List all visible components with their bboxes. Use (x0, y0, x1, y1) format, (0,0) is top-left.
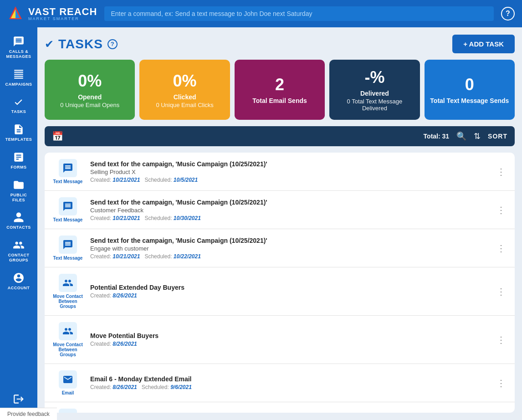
task-list: Text Message Send text for the campaign,… (45, 153, 515, 413)
task-icon-label: Email (62, 390, 74, 395)
sort-button[interactable]: SORT (488, 133, 507, 140)
task-icon-area: Move ContactBetween Groups (52, 274, 84, 309)
stat-label-text-sends: Total Text Message Sends (430, 97, 509, 104)
email-icon (59, 370, 77, 389)
total-count: Total: 31 (424, 133, 450, 140)
task-row: Text Message Send text for the campaign,… (45, 191, 515, 229)
task-icon-area: Email (52, 370, 84, 395)
task-icon-label: Text Message (53, 256, 83, 261)
logo-icon (7, 5, 24, 22)
add-task-button[interactable]: + ADD TASK (452, 35, 515, 53)
task-more-button[interactable]: ⋮ (495, 241, 507, 256)
text-message-icon (59, 236, 77, 254)
task-meta: Created: 8/26/2021 Scheduled: 9/6/2021 (90, 384, 488, 390)
stat-main-email-sends: 2 (275, 75, 284, 94)
search-icon[interactable]: 🔍 (456, 131, 466, 141)
sidebar-label-forms: FORMS (11, 165, 27, 170)
main-layout: CALLS & MESSAGES CAMPAIGNS TASKS TEMPLAT… (0, 27, 522, 420)
task-title: Potential Extended Day Buyers (90, 284, 488, 291)
task-more-button[interactable]: ⋮ (495, 203, 507, 217)
sidebar-item-account[interactable]: ACCOUNT (0, 267, 37, 295)
task-icon-area: Text Message (52, 236, 84, 261)
sidebar-label-calls-messages: CALLS & MESSAGES (2, 49, 36, 59)
sidebar-item-templates[interactable]: TEMPLATES (0, 119, 37, 147)
tasks-header: ✔ TASKS ? + ADD TASK (45, 35, 515, 53)
tasks-help-button[interactable]: ? (107, 39, 118, 49)
task-meta: Created: 8/26/2021 (90, 292, 488, 299)
task-icon-label: Text Message (53, 179, 83, 184)
sidebar-label-tasks: TASKS (11, 109, 26, 114)
task-icon-area: Text Message (52, 197, 84, 222)
filter-bar: 📅 Total: 31 🔍 ⇅ SORT (45, 126, 515, 146)
top-nav: VAST REACH MARKET SMARTER Enter a comman… (0, 0, 522, 27)
stats-row: 0% Opened 0 Unique Email Opens 0% Clicke… (45, 60, 515, 120)
task-more-button[interactable]: ⋮ (495, 164, 507, 179)
text-message-icon (59, 159, 77, 177)
filter-icon[interactable]: ⇅ (474, 131, 481, 141)
stat-sub-opened: 0 Unique Email Opens (60, 102, 119, 108)
task-info: Email 6 - Monday Extended Email Created:… (90, 375, 488, 390)
task-icon-label: Move ContactBetween Groups (52, 342, 84, 357)
task-title: Send text for the campaign, 'Music Campa… (90, 160, 488, 168)
task-icon-label: Move ContactBetween Groups (52, 294, 84, 309)
task-more-button[interactable]: ⋮ (495, 333, 507, 347)
feedback-bar[interactable]: Provide feedback (0, 408, 57, 420)
stat-label-delivered: Delivered (360, 90, 389, 97)
task-icon-area: Text Message (52, 159, 84, 184)
task-title: Send text for the campaign, 'Music Campa… (90, 237, 488, 244)
tasks-title-area: ✔ TASKS ? (45, 37, 118, 51)
stat-card-email-sends: 2 Total Email Sends (235, 60, 325, 120)
move-contact-icon (59, 322, 77, 340)
stat-main-text-sends: 0 (465, 75, 474, 94)
task-info: Move Potential Buyers Created: 8/26/2021 (90, 332, 488, 347)
sidebar-item-tasks[interactable]: TASKS (0, 91, 37, 119)
stat-sub-delivered: 0 Total Text Message Delivered (334, 98, 415, 112)
task-row: Email Email 5 - Sunday Sale Email Create… (45, 402, 515, 413)
stat-card-text-sends: 0 Total Text Message Sends (425, 60, 515, 120)
task-more-button[interactable]: ⋮ (495, 284, 507, 299)
sidebar-item-contacts[interactable]: CONTACTS (0, 207, 37, 235)
task-more-button[interactable]: ⋮ (495, 376, 507, 390)
stat-label-email-sends: Total Email Sends (252, 97, 307, 104)
calendar-icon[interactable]: 📅 (52, 131, 63, 142)
help-button[interactable]: ? (501, 7, 515, 20)
task-info: Send text for the campaign, 'Music Campa… (90, 160, 488, 183)
sidebar-label-account: ACCOUNT (8, 286, 30, 291)
task-meta: Created: 10/21/2021 Scheduled: 10/30/202… (90, 215, 488, 221)
stat-card-delivered: -% Delivered 0 Total Text Message Delive… (329, 60, 420, 120)
filter-bar-left: 📅 (52, 131, 63, 142)
command-search[interactable]: Enter a command, ex: Send a text message… (104, 6, 494, 21)
task-subtitle: Selling Product X (90, 169, 488, 175)
stat-label-opened: Opened (78, 93, 102, 101)
task-info: Send text for the campaign, 'Music Campa… (90, 237, 488, 260)
task-meta: Created: 10/21/2021 Scheduled: 10/22/202… (90, 253, 488, 260)
task-row: Text Message Send text for the campaign,… (45, 153, 515, 191)
sidebar-item-forms[interactable]: FORMS (0, 147, 37, 174)
stat-sub-clicked: 0 Unique Email Clicks (156, 102, 213, 108)
sidebar-item-campaigns[interactable]: CAMPAIGNS (0, 64, 37, 92)
task-row: Move ContactBetween Groups Potential Ext… (45, 267, 515, 316)
sidebar-label-contacts: CONTACTS (6, 225, 31, 230)
sidebar-item-public-files[interactable]: PUBLICFILES (0, 174, 37, 207)
task-title: Email 6 - Monday Extended Email (90, 375, 488, 383)
svg-marker-2 (15, 9, 20, 18)
task-row: Email Email 6 - Monday Extended Email Cr… (45, 364, 515, 402)
sidebar: CALLS & MESSAGES CAMPAIGNS TASKS TEMPLAT… (0, 27, 37, 420)
stat-label-clicked: Clicked (174, 93, 196, 101)
task-row: Move ContactBetween Groups Move Potentia… (45, 316, 515, 364)
task-row: Text Message Send text for the campaign,… (45, 229, 515, 267)
task-subtitle: Customer Feedback (90, 207, 488, 214)
sidebar-label-templates: TEMPLATES (5, 137, 32, 142)
task-icon-label: Text Message (53, 217, 83, 222)
sidebar-item-contact-groups[interactable]: CONTACTGROUPS (0, 235, 37, 267)
filter-bar-right: Total: 31 🔍 ⇅ SORT (424, 131, 507, 141)
sidebar-label-public-files: PUBLICFILES (10, 193, 27, 203)
sidebar-item-calls-messages[interactable]: CALLS & MESSAGES (0, 31, 37, 64)
sidebar-label-campaigns: CAMPAIGNS (5, 82, 32, 87)
task-title: Send text for the campaign, 'Music Campa… (90, 199, 488, 206)
svg-marker-1 (11, 9, 15, 18)
task-info: Potential Extended Day Buyers Created: 8… (90, 284, 488, 299)
task-meta: Created: 10/21/2021 Scheduled: 10/5/2021 (90, 177, 488, 183)
move-contact-icon (59, 274, 77, 292)
stat-main-opened: 0% (78, 72, 102, 91)
